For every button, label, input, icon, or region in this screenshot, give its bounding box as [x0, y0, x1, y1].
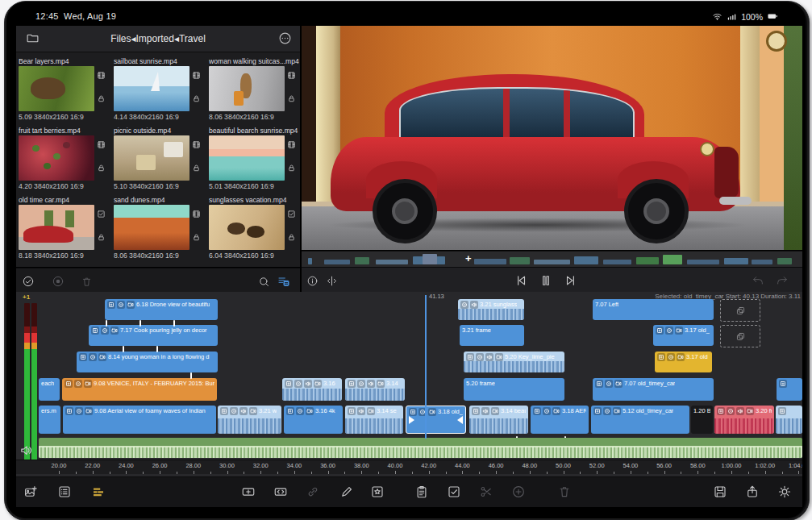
clip-label: 3.16 — [323, 380, 335, 387]
timeline-clip[interactable]: 3.16 — [282, 378, 342, 401]
library-item[interactable]: picnic outside.mp45.10 3840x2160 16:9 — [114, 126, 205, 191]
clip-thumbnail[interactable] — [114, 66, 189, 111]
ruler-minor-tick — [681, 472, 681, 474]
preview-sign — [766, 31, 787, 52]
ruler-tick — [395, 471, 396, 474]
fit-icon — [466, 353, 474, 361]
paste-attributes-button[interactable] — [414, 484, 430, 500]
timeline-clip[interactable]: 3.21 frame — [460, 325, 524, 346]
search-button[interactable] — [256, 273, 272, 289]
trim-mode-button[interactable] — [323, 272, 339, 289]
library-item[interactable]: fruit tart berries.mp44.20 3840x2160 16:… — [19, 126, 110, 191]
multi-select-button[interactable] — [20, 273, 36, 289]
save-project-button[interactable] — [712, 484, 728, 500]
timeline-mute-icon[interactable] — [19, 443, 33, 460]
select-clips-button[interactable] — [446, 484, 462, 500]
insert-clip-button[interactable] — [240, 484, 256, 500]
effects-button[interactable] — [369, 484, 385, 500]
video-preview[interactable] — [302, 26, 802, 250]
trim-handle-left[interactable] — [409, 416, 414, 424]
library-item[interactable]: sailboat sunrise.mp44.14 3840x2160 16:9 — [114, 56, 205, 122]
timeline-playhead[interactable] — [425, 295, 427, 439]
clip-thumbnail[interactable] — [114, 135, 189, 181]
preview-scrubber[interactable]: + — [302, 251, 802, 267]
ruler-label: 24.00 — [119, 462, 134, 469]
library-item[interactable]: sand dunes.mp48.06 3840x2160 16:9 — [114, 195, 205, 260]
clip-metadata: 8.06 3840x2160 16:9 — [114, 250, 205, 260]
sort-button[interactable] — [276, 273, 292, 289]
import-media-button[interactable] — [23, 484, 39, 500]
timeline-clip[interactable]: 3.21 w — [218, 406, 281, 434]
ruler-label: 42.00 — [421, 462, 436, 469]
timeline-clip[interactable]: 9.08 VENICE, ITALY - FEBRUARY 2015: Bur — [62, 378, 217, 401]
timeline-clip[interactable]: 9.08 Aerial view of foamy waves of India… — [63, 406, 216, 434]
timeline-clip[interactable]: each — [39, 378, 60, 401]
library-item[interactable]: beautiful bearch sunrise.mp45.01 3840x21… — [209, 126, 300, 191]
scrubber-playhead-marker[interactable]: + — [465, 252, 472, 264]
clip-thumbnail[interactable] — [209, 66, 285, 111]
timeline-clip[interactable]: 3.16 4k — [284, 406, 343, 434]
clip-thumbnail[interactable] — [209, 205, 285, 250]
timeline-clip[interactable]: 3.14 beauti — [469, 406, 528, 434]
clip-thumbnail[interactable] — [114, 205, 189, 250]
trim-handle-right[interactable] — [457, 416, 463, 424]
timeline-ruler[interactable]: 20.0022.0024.0026.0028.0030.0032.0034.00… — [16, 460, 802, 474]
timeline-clip[interactable]: 7.17 Cook pouring jelly on decor — [89, 325, 218, 346]
timeline-clip[interactable]: 3.18 old_ — [406, 406, 466, 434]
timeline-clip[interactable] — [777, 378, 802, 401]
timeline-clip[interactable]: 7.07 old_timey_car — [593, 378, 714, 401]
clip-thumbnail[interactable] — [19, 66, 94, 111]
timeline-layout-button[interactable] — [90, 484, 106, 500]
library-item[interactable]: woman walking suitcas...mp48.06 3840x216… — [209, 56, 300, 122]
cam-icon — [613, 407, 621, 415]
timeline-clip[interactable]: 5.20 frame — [464, 378, 564, 401]
timeline-clip[interactable]: 3.14 se — [345, 406, 403, 434]
clip-used-icon — [287, 207, 296, 222]
pause-button[interactable] — [538, 272, 554, 289]
edit-point-marker — [173, 320, 175, 327]
timeline-clip[interactable]: 3.17 old_ — [653, 325, 714, 346]
library-item[interactable]: Bear layers.mp45.09 3840x2160 16:9 — [19, 56, 110, 122]
timeline-clip[interactable]: ers.m — [39, 406, 60, 434]
clip-placeholder[interactable] — [720, 325, 760, 347]
timeline-clip[interactable]: 8.14 young woman in a long flowing d — [77, 352, 218, 372]
timeline-clip[interactable]: 3.20 fr — [714, 406, 774, 434]
timeline-clip[interactable] — [776, 406, 802, 434]
library-item[interactable]: sunglasses vacation.mp46.04 3840x2160 16… — [209, 195, 300, 260]
timeline-clip[interactable]: 3.17 old — [655, 352, 712, 372]
clip-placeholder[interactable] — [720, 299, 760, 322]
fit-icon — [79, 353, 87, 361]
timeline-clip[interactable]: 5.20 Key_lime_pie — [464, 352, 564, 372]
library-breadcrumb[interactable]: Files◂Imported◂Travel — [16, 33, 300, 44]
project-manager-button[interactable] — [56, 484, 73, 500]
timeline-clip[interactable]: 3.18 AER — [531, 406, 589, 434]
clip-info-button[interactable] — [304, 272, 320, 289]
speaker-icon — [304, 380, 312, 388]
clip-label: ers.m — [41, 407, 56, 414]
skip-to-end-button[interactable] — [563, 272, 579, 289]
clip-label: 5.12 old_timey_car — [623, 407, 673, 414]
audio-track[interactable] — [39, 438, 802, 458]
timeline-clip[interactable]: 5.12 old_timey_car — [591, 406, 689, 434]
timeline-clip[interactable]: 1.20 Bla — [691, 406, 713, 434]
ruler-tick — [328, 471, 329, 474]
timeline-clip[interactable]: 6.18 Drone view of beautifu — [105, 299, 218, 320]
share-export-button[interactable] — [744, 484, 760, 500]
film-clip-icon — [192, 207, 201, 222]
timeline-clip[interactable]: 3.14 — [345, 378, 405, 401]
more-options-icon[interactable] — [278, 31, 292, 48]
clip-thumbnail[interactable] — [19, 205, 94, 250]
cam-icon — [677, 353, 685, 361]
ruler-label: 1:00.00 — [721, 462, 741, 469]
library-item[interactable]: old time car.mp48.18 3840x2160 16:9 — [19, 195, 110, 260]
settings-button[interactable] — [777, 484, 793, 500]
edit-tool-button[interactable] — [339, 484, 355, 500]
timeline-clip[interactable]: 3.21 sunglass — [458, 299, 524, 320]
ruler-minor-tick — [143, 472, 144, 474]
transition-button[interactable] — [273, 484, 289, 500]
clip-thumbnail[interactable] — [209, 135, 285, 181]
clip-thumbnail[interactable] — [19, 135, 94, 181]
skip-to-start-button[interactable] — [513, 272, 529, 289]
ruler-minor-tick — [412, 472, 413, 474]
timeline-clip[interactable]: 7.07 Left — [593, 299, 714, 320]
